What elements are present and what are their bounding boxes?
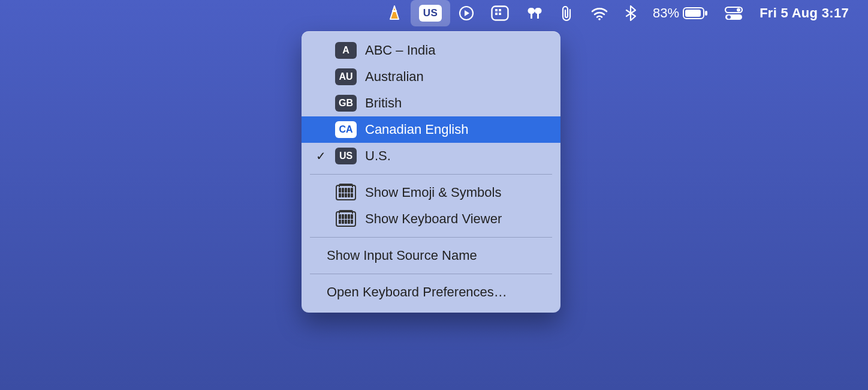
svg-rect-5 (495, 9, 498, 11)
svg-rect-6 (499, 9, 501, 11)
menu-separator (310, 274, 552, 274)
menubar-battery[interactable]: 83% (644, 0, 716, 26)
input-source-label: ABC – India (365, 43, 550, 58)
vlc-icon (387, 5, 402, 22)
play-circle-icon (459, 5, 474, 21)
clock-text: Fri 5 Aug 3:17 (760, 5, 849, 21)
svg-marker-3 (465, 10, 469, 16)
input-source-item[interactable]: GBBritish (302, 90, 560, 116)
control-center-icon (725, 6, 743, 20)
locale-badge: A (335, 42, 357, 59)
menubar-attachments[interactable] (552, 0, 582, 26)
input-source-item[interactable]: AUAustralian (302, 64, 560, 90)
input-source-item[interactable]: ✓USU.S. (302, 143, 560, 169)
bluetooth-icon (625, 5, 636, 22)
svg-rect-7 (495, 13, 498, 15)
menu-item-label: Show Emoji & Symbols (365, 185, 550, 200)
menubar-bluetooth[interactable] (617, 0, 644, 26)
input-source-item[interactable]: CACanadian English (302, 116, 560, 143)
airpods-icon (526, 5, 544, 21)
input-source-label: British (365, 95, 550, 111)
menubar-stage-manager[interactable] (483, 0, 517, 26)
locale-badge: AU (335, 68, 357, 85)
svg-rect-11 (685, 10, 701, 17)
menu-item-label: Show Keyboard Viewer (365, 211, 550, 227)
input-source-list: AABC – IndiaAUAustralianGBBritishCACanad… (302, 37, 560, 169)
input-source-item[interactable]: AABC – India (302, 37, 560, 64)
menubar-now-playing[interactable] (450, 0, 483, 26)
menu-show-keyboard-viewer[interactable]: Show Keyboard Viewer (302, 206, 560, 232)
svg-rect-8 (499, 13, 501, 15)
menubar-input-source[interactable]: US (411, 0, 450, 26)
menubar: US (0, 0, 868, 26)
svg-rect-1 (392, 10, 397, 12)
grid-panel-icon (491, 5, 509, 21)
input-source-label: Canadian English (365, 122, 550, 137)
check-icon: ✓ (315, 149, 327, 163)
svg-point-14 (737, 8, 740, 12)
menu-open-keyboard-preferences[interactable]: Open Keyboard Preferences… (302, 279, 560, 305)
input-source-label: Australian (365, 69, 550, 85)
battery-percent: 83% (653, 5, 679, 21)
svg-rect-12 (705, 11, 707, 16)
menubar-wifi[interactable] (582, 0, 617, 26)
wifi-icon (590, 6, 608, 20)
menu-separator (310, 237, 552, 238)
menu-separator (310, 174, 552, 175)
menu-show-emoji[interactable]: Show Emoji & Symbols (302, 179, 560, 206)
menubar-control-center[interactable] (716, 0, 751, 26)
menu-item-label: Show Input Source Name (327, 248, 550, 263)
svg-marker-0 (390, 6, 399, 19)
svg-point-16 (727, 16, 731, 19)
paperclip-icon (560, 5, 574, 22)
input-source-badge: US (419, 5, 442, 22)
menubar-vlc[interactable] (378, 0, 411, 26)
svg-point-9 (598, 18, 601, 20)
keyboard-viewer-icon (335, 211, 357, 227)
menu-show-input-source-name[interactable]: Show Input Source Name (302, 242, 560, 269)
menubar-clock[interactable]: Fri 5 Aug 3:17 (751, 0, 857, 26)
input-source-label: U.S. (365, 148, 550, 164)
menu-item-label: Open Keyboard Preferences… (327, 284, 550, 300)
locale-badge: US (335, 148, 357, 164)
input-source-menu: AABC – IndiaAUAustralianGBBritishCACanad… (302, 31, 560, 313)
locale-badge: GB (335, 95, 357, 112)
locale-badge: CA (335, 121, 357, 138)
emoji-keyboard-icon (335, 185, 357, 200)
battery-icon (683, 7, 708, 20)
menubar-airpods[interactable] (517, 0, 552, 26)
